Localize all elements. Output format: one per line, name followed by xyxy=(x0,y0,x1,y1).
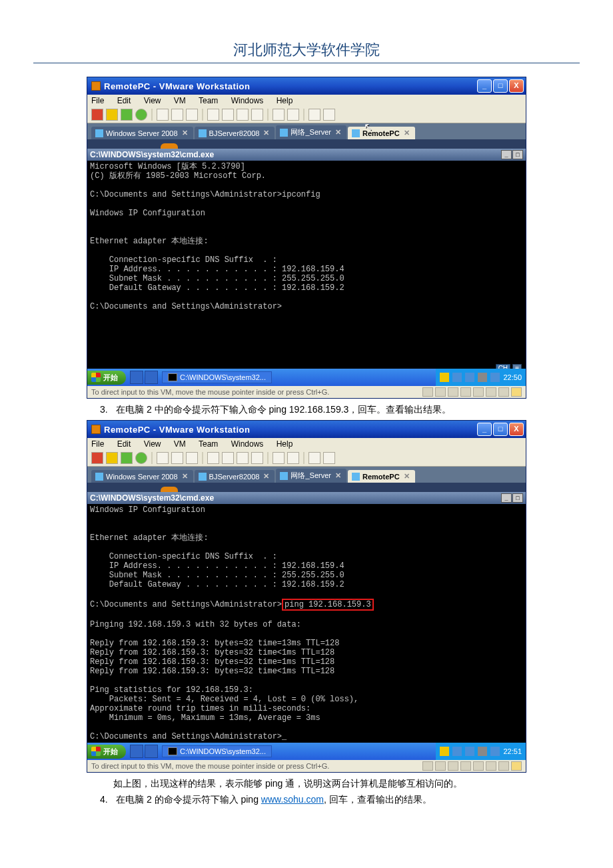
menu-team[interactable]: Team xyxy=(199,96,218,105)
menu-vm[interactable]: VM xyxy=(174,439,186,449)
toolbar-separator xyxy=(303,109,305,121)
tray-remove-hw-icon[interactable] xyxy=(478,747,487,756)
revert-icon[interactable] xyxy=(186,452,198,464)
reset-icon[interactable] xyxy=(135,109,147,121)
tray-clock[interactable]: 22:51 xyxy=(503,747,522,755)
menu-file[interactable]: File xyxy=(91,439,104,449)
power-off-icon[interactable] xyxy=(91,109,103,121)
menu-windows[interactable]: Windows xyxy=(231,439,264,449)
start-button[interactable]: 开始 xyxy=(87,745,126,759)
menu-file[interactable]: File xyxy=(91,96,104,105)
maximize-button[interactable]: □ xyxy=(493,423,508,436)
power-off-icon[interactable] xyxy=(91,452,103,464)
cmd-minimize-button[interactable]: _ xyxy=(501,150,512,159)
quicklaunch-desktop-icon[interactable] xyxy=(145,371,158,384)
show-console-icon[interactable] xyxy=(207,452,219,464)
menu-edit[interactable]: Edit xyxy=(117,96,131,105)
suspend-icon[interactable] xyxy=(106,109,118,121)
unity-icon[interactable] xyxy=(251,109,263,121)
tab-close-icon[interactable]: ✕ xyxy=(404,129,410,137)
unity-icon[interactable] xyxy=(251,452,263,464)
start-button[interactable]: 开始 xyxy=(87,371,126,385)
tray-shield-icon[interactable] xyxy=(440,747,449,756)
quicklaunch-desktop-icon[interactable] xyxy=(145,745,158,758)
tab-remotepc[interactable]: RemotePC✕ xyxy=(348,470,415,483)
tab-close-icon[interactable]: ✕ xyxy=(263,472,269,481)
reset-icon[interactable] xyxy=(135,452,147,464)
tab-windows-server[interactable]: Windows Server 2008✕ xyxy=(91,470,193,483)
appliance-icon[interactable] xyxy=(287,109,299,121)
quick-switch-icon[interactable] xyxy=(237,452,249,464)
tray-network-icon[interactable] xyxy=(452,373,462,382)
cmd-output[interactable]: Windows IP Configuration Ethernet adapte… xyxy=(87,504,526,743)
tab-close-icon[interactable]: ✕ xyxy=(263,129,269,137)
close-button[interactable]: X xyxy=(509,423,524,436)
cmd-maximize-button[interactable]: □ xyxy=(512,150,523,159)
close-button[interactable]: X xyxy=(509,79,524,93)
power-on-icon[interactable] xyxy=(121,452,133,464)
cmd-maximize-button[interactable]: □ xyxy=(512,493,523,503)
tray-volume-icon[interactable] xyxy=(465,747,474,756)
quicklaunch-ie-icon[interactable] xyxy=(130,371,143,384)
snapshot-icon[interactable] xyxy=(157,109,169,121)
taskbar-item-cmd[interactable]: C:\WINDOWS\system32... xyxy=(162,371,272,383)
taskbar-item-cmd[interactable]: C:\WINDOWS\system32... xyxy=(162,745,272,757)
revert-icon[interactable] xyxy=(186,109,198,121)
quicklaunch-ie-icon[interactable] xyxy=(130,745,143,758)
capture-icon[interactable] xyxy=(308,452,320,464)
vm-tab-icon xyxy=(352,473,360,481)
capture-icon[interactable] xyxy=(308,109,320,121)
menu-view[interactable]: View xyxy=(144,96,161,105)
tab-close-icon[interactable]: ✕ xyxy=(182,472,188,481)
movie-icon[interactable] xyxy=(323,109,335,121)
menu-team[interactable]: Team xyxy=(199,439,218,449)
tray-volume-icon[interactable] xyxy=(465,373,474,382)
cmd-output[interactable]: Microsoft Windows [版本 5.2.3790] (C) 版权所有… xyxy=(87,161,526,369)
tray-clock[interactable]: 22:50 xyxy=(503,373,522,381)
snapshot-icon[interactable] xyxy=(157,452,169,464)
menu-edit[interactable]: Edit xyxy=(117,439,131,449)
tab-close-icon[interactable]: ✕ xyxy=(404,472,410,481)
appliance-icon[interactable] xyxy=(287,452,299,464)
minimize-button[interactable]: _ xyxy=(477,423,492,436)
tray-vmtools-icon[interactable] xyxy=(490,747,500,756)
tab-bjserver[interactable]: BJServer82008✕ xyxy=(195,127,275,139)
tray-vmtools-icon[interactable] xyxy=(490,373,500,382)
toolbar-separator xyxy=(151,109,153,121)
quick-switch-icon[interactable] xyxy=(237,109,249,121)
status-hdd-icon xyxy=(422,387,433,397)
tab-close-icon[interactable]: ✕ xyxy=(335,128,341,137)
tab-close-icon[interactable]: ✕ xyxy=(182,129,188,137)
show-console-icon[interactable] xyxy=(207,109,219,121)
tab-network-server[interactable]: 网络_Server✕ xyxy=(276,125,346,139)
suspend-icon[interactable] xyxy=(106,452,118,464)
cmd-minimize-button[interactable]: _ xyxy=(501,493,512,503)
menu-vm[interactable]: VM xyxy=(174,96,186,105)
tab-windows-server[interactable]: Windows Server 2008✕ xyxy=(91,127,193,139)
power-on-icon[interactable] xyxy=(121,109,133,121)
summary-icon[interactable] xyxy=(273,452,285,464)
status-text: To direct input to this VM, move the mou… xyxy=(91,762,420,770)
sohu-link[interactable]: www.sohu.com xyxy=(261,794,324,805)
menu-windows[interactable]: Windows xyxy=(231,96,264,105)
menu-help[interactable]: Help xyxy=(277,96,293,105)
tab-remotepc[interactable]: RemotePC✕ xyxy=(348,127,415,139)
tray-remove-hw-icon[interactable] xyxy=(478,373,487,382)
fullscreen-icon[interactable] xyxy=(222,109,234,121)
snapshot-manager-icon[interactable] xyxy=(171,109,183,121)
menu-view[interactable]: View xyxy=(144,439,161,449)
status-hdd-icon xyxy=(422,761,433,771)
tab-network-server[interactable]: 网络_Server✕ xyxy=(276,469,346,483)
tray-network-icon[interactable] xyxy=(452,747,462,756)
tab-close-icon[interactable]: ✕ xyxy=(335,471,341,480)
screenshot-1: RemotePC - VMware Workstation _ □ X File… xyxy=(87,77,526,399)
tray-shield-icon[interactable] xyxy=(440,373,449,382)
menu-help[interactable]: Help xyxy=(277,439,293,449)
minimize-button[interactable]: _ xyxy=(477,79,492,93)
maximize-button[interactable]: □ xyxy=(493,79,508,93)
tab-bjserver[interactable]: BJServer82008✕ xyxy=(195,470,275,483)
movie-icon[interactable] xyxy=(323,452,335,464)
summary-icon[interactable] xyxy=(273,109,285,121)
fullscreen-icon[interactable] xyxy=(222,452,234,464)
snapshot-manager-icon[interactable] xyxy=(171,452,183,464)
